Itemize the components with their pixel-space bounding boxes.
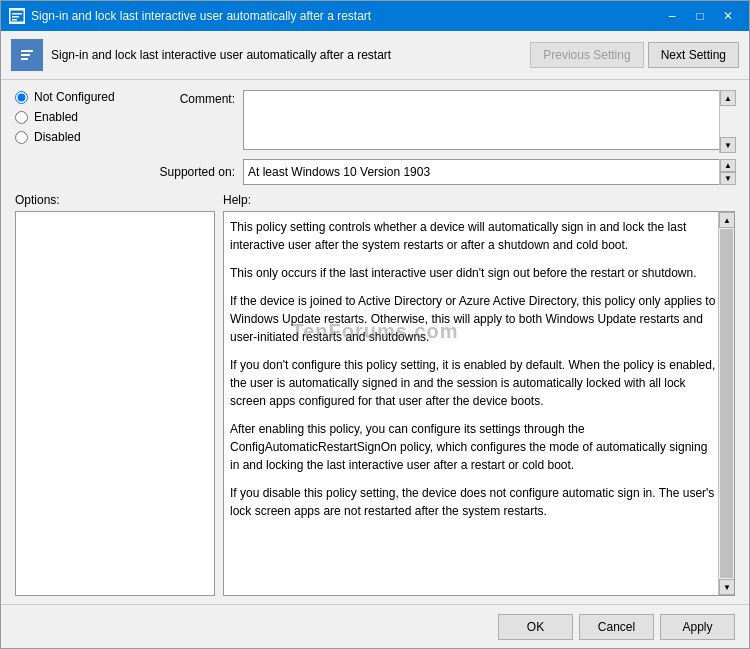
toolbar-title: Sign-in and lock last interactive user a… — [51, 48, 522, 62]
options-header: Options: — [15, 193, 215, 207]
help-p6: If you disable this policy setting, the … — [230, 484, 716, 520]
radio-not-configured[interactable]: Not Configured — [15, 90, 155, 104]
toolbar-policy-icon — [11, 39, 43, 71]
options-column: Options: — [15, 193, 215, 596]
help-p1: This policy setting controls whether a d… — [230, 218, 716, 254]
minimize-button[interactable]: – — [659, 6, 685, 26]
radio-section: Not Configured Enabled Disabled — [15, 90, 155, 185]
toolbar: Sign-in and lock last interactive user a… — [1, 31, 749, 80]
svg-rect-3 — [12, 19, 17, 21]
radio-disabled[interactable]: Disabled — [15, 130, 155, 144]
title-bar-left: Sign-in and lock last interactive user a… — [9, 8, 371, 24]
comment-label: Comment: — [155, 90, 235, 106]
help-scrollbar: ▲ ▼ — [718, 212, 734, 595]
footer: OK Cancel Apply — [1, 604, 749, 648]
help-p4: If you don't configure this policy setti… — [230, 356, 716, 410]
apply-button[interactable]: Apply — [660, 614, 735, 640]
close-button[interactable]: ✕ — [715, 6, 741, 26]
svg-rect-6 — [21, 54, 30, 56]
content-area: Not Configured Enabled Disabled Comment: — [1, 80, 749, 604]
comment-scrollbar: ▲ ▼ — [719, 90, 735, 153]
help-content: This policy setting controls whether a d… — [224, 212, 734, 536]
supported-value: At least Windows 10 Version 1903 — [243, 159, 735, 185]
prev-setting-button[interactable]: Previous Setting — [530, 42, 643, 68]
supported-scroll-down[interactable]: ▼ — [720, 172, 736, 185]
options-box — [15, 211, 215, 596]
help-scroll-up[interactable]: ▲ — [719, 212, 735, 228]
options-help-section: Options: Help: This policy setting contr… — [1, 185, 749, 604]
comment-scroll-down[interactable]: ▼ — [720, 137, 736, 153]
supported-scrollbar: ▲ ▼ — [719, 159, 735, 185]
title-bar: Sign-in and lock last interactive user a… — [1, 1, 749, 31]
help-scrollbar-thumb — [720, 229, 733, 578]
comment-input[interactable] — [243, 90, 735, 150]
svg-rect-5 — [21, 50, 33, 52]
help-p2: This only occurs if the last interactive… — [230, 264, 716, 282]
svg-rect-2 — [12, 16, 19, 18]
supported-scroll-up[interactable]: ▲ — [720, 159, 736, 172]
meta-fields: Comment: ▲ ▼ Supported on: At least Wind… — [155, 90, 735, 185]
radio-enabled-label: Enabled — [34, 110, 78, 124]
top-section: Not Configured Enabled Disabled Comment: — [1, 80, 749, 185]
radio-disabled-label: Disabled — [34, 130, 81, 144]
help-scroll-down[interactable]: ▼ — [719, 579, 735, 595]
comment-scroll-up[interactable]: ▲ — [720, 90, 736, 106]
radio-not-configured-label: Not Configured — [34, 90, 115, 104]
maximize-button[interactable]: □ — [687, 6, 713, 26]
cancel-button[interactable]: Cancel — [579, 614, 654, 640]
ok-button[interactable]: OK — [498, 614, 573, 640]
supported-label: Supported on: — [155, 165, 235, 179]
radio-enabled[interactable]: Enabled — [15, 110, 155, 124]
supported-wrapper: At least Windows 10 Version 1903 ▲ ▼ — [243, 159, 735, 185]
help-column: Help: This policy setting controls wheth… — [223, 193, 735, 596]
svg-rect-7 — [21, 58, 28, 60]
help-header: Help: — [223, 193, 735, 207]
next-setting-button[interactable]: Next Setting — [648, 42, 739, 68]
policy-icon — [9, 8, 25, 24]
svg-rect-1 — [12, 13, 22, 15]
help-p3: If the device is joined to Active Direct… — [230, 292, 716, 346]
toolbar-buttons: Previous Setting Next Setting — [530, 42, 739, 68]
help-box: This policy setting controls whether a d… — [223, 211, 735, 596]
supported-row: Supported on: At least Windows 10 Versio… — [155, 159, 735, 185]
title-bar-controls: – □ ✕ — [659, 6, 741, 26]
comment-row: Comment: ▲ ▼ — [155, 90, 735, 153]
help-p5: After enabling this policy, you can conf… — [230, 420, 716, 474]
window-title: Sign-in and lock last interactive user a… — [31, 9, 371, 23]
main-window: Sign-in and lock last interactive user a… — [0, 0, 750, 649]
comment-wrapper: ▲ ▼ — [243, 90, 735, 153]
